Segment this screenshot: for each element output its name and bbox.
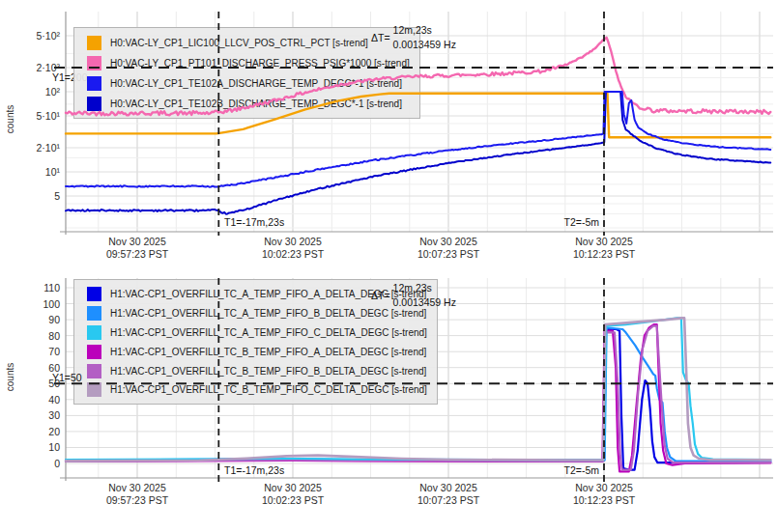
y-tick-chart-0: 5·10¹ [8,110,60,122]
delta-t-time: 12m,23s [393,23,456,38]
legend-label: H1:VAC-CP1_OVERFILL_TC_B_TEMP_FIFO_B_DEL… [110,366,426,377]
y-tick-chart-0: 5·10² [8,30,60,42]
delta-t-annotation-top: ΔT= 12m,23s 0.0013459 Hz [371,23,456,52]
legend-label: H0:VAC-LY_CP1_LIC100_LLCV_POS_CTRL_PCT [… [110,38,368,48]
legend-item[interactable]: H1:VAC-CP1_OVERFILL_TC_B_TEMP_FIFO_A_DEL… [87,342,427,361]
t1-cursor-label-bottom[interactable]: T1=-17m,23s [224,464,284,476]
y-tick-chart-1: 60 [8,362,60,374]
legend-item[interactable]: H1:VAC-CP1_OVERFILL_TC_B_TEMP_FIFO_B_DEL… [87,361,427,380]
t1-cursor-label-top[interactable]: T1=-17m,23s [224,216,284,228]
y-tick-chart-0: 2·10² [8,62,60,73]
trend-viewer-window: Y1=200 Y1=50 H0:VAC-LY_CP1_LIC100_LLCV_P… [0,0,777,532]
t2-cursor-label-bottom[interactable]: T2=-5m [537,464,599,476]
y-tick-chart-1: 10 [8,441,60,453]
y-tick-chart-1: 80 [8,330,60,342]
legend-item[interactable]: H0:VAC-LY_CP1_LIC100_LLCV_POS_CTRL_PCT [… [87,33,410,53]
legend-label: H1:VAC-CP1_OVERFILL_TC_B_TEMP_FIFO_A_DEL… [110,347,426,357]
y-tick-chart-1: 100 [8,298,60,310]
legend-top-chart: H0:VAC-LY_CP1_LIC100_LLCV_POS_CTRL_PCT [… [73,27,420,119]
legend-swatch-icon [87,76,101,91]
legend-item[interactable]: H1:VAC-CP1_OVERFILL_TC_A_TEMP_FIFO_C_DEL… [87,323,427,343]
y-tick-chart-1: 110 [8,282,60,294]
delta-t-prefix: ΔT= [371,32,390,43]
y-tick-chart-1: 40 [8,394,60,406]
legend-label: H1:VAC-CP1_OVERFILL_TC_A_TEMP_FIFO_C_DEL… [110,327,427,338]
legend-item[interactable]: H0:VAC-LY_CP1_PT101_DISCHARGE_PRESS_PSIG… [87,53,410,73]
delta-t-frequency: 0.0013459 Hz [393,38,456,52]
legend-swatch-icon [87,287,101,301]
y-tick-chart-0: 5 [8,190,60,202]
legend-label: H1:VAC-CP1_OVERFILL_TC_B_TEMP_FIFO_C_DEL… [110,384,427,395]
legend-swatch-icon [87,56,101,70]
delta-t-annotation-bottom: ΔT= 12m,23s 0.0013459 Hz [371,281,456,310]
y-tick-chart-1: 30 [8,409,60,421]
legend-swatch-icon [87,345,101,359]
x-tick-chart-0: Nov 30 202510:07:23 PST [395,236,502,260]
y-tick-chart-0: 10¹ [8,166,60,178]
x-tick-chart-0: Nov 30 202510:02:23 PST [240,236,346,260]
t2-cursor-label-top[interactable]: T2=-5m [537,216,599,228]
legend-swatch-icon [87,97,101,111]
y-tick-chart-1: 50 [8,378,60,389]
legend-label: H0:VAC-LY_CP1_TE102B_DISCHARGE_TEMP_DEGC… [110,98,402,109]
y-tick-chart-0: 10² [8,86,60,98]
legend-swatch-icon [87,382,101,397]
delta-t-prefix: ΔT= [371,290,390,301]
legend-item[interactable]: H1:VAC-CP1_OVERFILL_TC_B_TEMP_FIFO_C_DEL… [87,380,427,400]
delta-t-time: 12m,23s [393,281,456,295]
x-tick-chart-0: Nov 30 202509:57:23 PST [84,236,190,260]
legend-swatch-icon [87,306,101,321]
legend-label: H0:VAC-LY_CP1_TE102A_DISCHARGE_TEMP_DEGC… [110,78,402,89]
x-tick-chart-0: Nov 30 202510:12:23 PST [551,236,657,260]
x-tick-chart-1: Nov 30 202510:07:23 PST [395,482,502,506]
y-tick-chart-1: 0 [8,458,60,469]
legend-swatch-icon [87,36,101,50]
legend-swatch-icon [87,364,101,378]
x-tick-chart-1: Nov 30 202510:12:23 PST [551,482,657,506]
y-tick-chart-1: 20 [8,426,60,437]
y-tick-chart-0: 2·10¹ [8,142,60,154]
legend-item[interactable]: H0:VAC-LY_CP1_TE102A_DISCHARGE_TEMP_DEGC… [87,73,410,94]
y-tick-chart-1: 90 [8,314,60,325]
y-tick-chart-1: 70 [8,346,60,357]
x-tick-chart-1: Nov 30 202510:02:23 PST [240,482,346,506]
legend-label: H0:VAC-LY_CP1_PT101_DISCHARGE_PRESS_PSIG… [110,58,410,69]
legend-item[interactable]: H0:VAC-LY_CP1_TE102B_DISCHARGE_TEMP_DEGC… [87,94,410,114]
legend-swatch-icon [87,325,101,340]
x-tick-chart-1: Nov 30 202509:57:23 PST [84,482,190,506]
delta-t-frequency: 0.0013459 Hz [393,295,456,310]
